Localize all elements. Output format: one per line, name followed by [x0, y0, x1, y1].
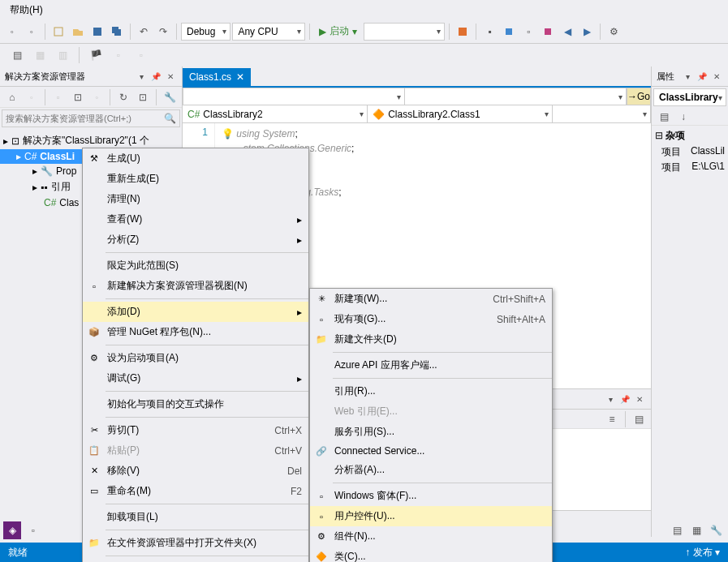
et-icon-6[interactable]: ⊡: [134, 88, 152, 106]
go-button[interactable]: →Go: [627, 88, 651, 105]
props-grid: ⊟ 杂项 项目ClassLil 项目E:\LG\1: [652, 126, 728, 177]
back-nav-icon[interactable]: ◀: [558, 23, 576, 41]
menu-build[interactable]: ⚒生成(U): [83, 148, 308, 169]
config-combo[interactable]: Debug: [181, 23, 230, 41]
save-icon[interactable]: [88, 23, 106, 41]
menu-new-explorer[interactable]: ▫新建解决方案资源管理器视图(N): [83, 276, 308, 296]
class-nav[interactable]: 🔶ClassLibrary2.Class1: [368, 105, 553, 122]
dropdown-icon[interactable]: ▾: [135, 70, 148, 83]
submenu-existing[interactable]: ▫现有项(G)...Shift+Alt+A: [310, 309, 552, 329]
menu-properties[interactable]: 🔧属性(R): [83, 559, 308, 562]
et-icon-4[interactable]: ⊡: [69, 88, 87, 106]
menu-rebuild[interactable]: 重新生成(E): [83, 169, 308, 189]
submenu-reference[interactable]: 引用(R)...: [310, 381, 552, 401]
tool-icon-1[interactable]: [454, 23, 472, 41]
menu-open-folder[interactable]: 📁在文件资源管理器中打开文件夹(X): [83, 533, 308, 553]
menu-analyze[interactable]: 分析(Z)▸: [83, 230, 308, 250]
menu-debug[interactable]: 调试(G)▸: [83, 368, 308, 388]
svg-rect-0: [54, 28, 62, 36]
target-combo[interactable]: [364, 23, 445, 41]
wrench-icon[interactable]: 🔧: [161, 88, 179, 106]
out-close-icon[interactable]: ✕: [633, 393, 646, 405]
out-dropdown-icon[interactable]: ▾: [604, 393, 617, 405]
tool-icon-6[interactable]: ⚙: [605, 23, 622, 41]
close-icon[interactable]: ✕: [164, 70, 177, 83]
member-nav[interactable]: [553, 105, 651, 122]
goto-combo-1[interactable]: [183, 88, 405, 105]
vs-icon[interactable]: ◈: [3, 521, 21, 539]
submenu-component[interactable]: ⚙组件(N)...: [310, 526, 552, 547]
st-icon-1[interactable]: ▤: [8, 46, 26, 64]
search-box[interactable]: 🔍: [2, 109, 180, 127]
submenu-azure[interactable]: Azure API 应用客户端...: [310, 355, 552, 375]
rt-icon-3[interactable]: 🔧: [707, 521, 725, 539]
tool-icon-4[interactable]: ▫: [519, 23, 537, 41]
redo-icon[interactable]: ↷: [154, 23, 172, 41]
form-icon: ▫: [315, 491, 328, 501]
search-input[interactable]: [2, 114, 161, 123]
submenu-user-control[interactable]: ▫用户控件(U)...: [310, 506, 552, 526]
tool-icon-5[interactable]: [539, 23, 557, 41]
fwd-nav-icon[interactable]: ▶: [578, 23, 596, 41]
save-all-icon[interactable]: [108, 23, 126, 41]
menu-startup[interactable]: ⚙设为启动项目(A): [83, 348, 308, 368]
props-object-combo[interactable]: ClassLibrary: [653, 88, 726, 106]
props-pin-icon[interactable]: 📌: [696, 70, 709, 83]
open-icon[interactable]: [69, 23, 87, 41]
submenu-new-folder[interactable]: 📁新建文件夹(D): [310, 329, 552, 350]
search-icon[interactable]: 🔍: [161, 113, 179, 124]
platform-combo[interactable]: Any CPU: [232, 23, 305, 41]
menu-help[interactable]: 帮助(H): [6, 2, 46, 17]
project-nav[interactable]: C#ClassLibrary2: [183, 105, 368, 122]
et-icon-3: ▫: [50, 88, 67, 106]
new-file-icon[interactable]: [50, 23, 67, 41]
submenu-new-item[interactable]: ✳新建项(W)...Ctrl+Shift+A: [310, 289, 552, 309]
menu-nuget[interactable]: 📦管理 NuGet 程序包(N)...: [83, 322, 308, 342]
prop-row[interactable]: 项目E:\LG\1: [653, 160, 726, 175]
menu-scope[interactable]: 限定为此范围(S): [83, 255, 308, 276]
menu-rename[interactable]: ▭重命名(M)F2: [83, 481, 308, 501]
menu-remove[interactable]: ✕移除(V)Del: [83, 461, 308, 481]
props-dropdown-icon[interactable]: ▾: [681, 70, 694, 83]
back-btn[interactable]: ◦: [3, 23, 21, 41]
tool-icon-3[interactable]: [500, 23, 518, 41]
out-icon-4[interactable]: ▤: [630, 410, 648, 428]
start-button[interactable]: 启动 ▾: [314, 23, 362, 41]
rt-icon-2[interactable]: ▦: [687, 521, 705, 539]
out-pin-icon[interactable]: 📌: [618, 393, 631, 405]
submenu-class[interactable]: 🔶类(C)...: [310, 547, 552, 562]
submenu-service-ref[interactable]: 服务引用(S)...: [310, 422, 552, 442]
tool-icon-2[interactable]: ▪: [480, 23, 498, 41]
submenu-analyzer[interactable]: 分析器(A)...: [310, 460, 552, 480]
menu-unload[interactable]: 卸载项目(L): [83, 507, 308, 527]
home-icon[interactable]: ⌂: [3, 88, 21, 106]
build-icon: ⚒: [88, 153, 101, 164]
solution-node[interactable]: ▸⊡解决方案"ClassLibrary2"(1 个: [0, 132, 182, 149]
submenu-connected[interactable]: 🔗Connected Service...: [310, 442, 552, 460]
fwd-btn[interactable]: ◦: [23, 23, 41, 41]
out-icon-3[interactable]: ≡: [603, 410, 621, 428]
submenu-win-form[interactable]: ▫Windows 窗体(F)...: [310, 486, 552, 506]
bookmark-icon[interactable]: 🏴: [87, 46, 105, 64]
gear-icon: ⚙: [88, 353, 101, 363]
sort-icon[interactable]: ↓: [674, 108, 692, 126]
menu-interactive[interactable]: 初始化与项目的交互式操作: [83, 394, 308, 414]
categorize-icon[interactable]: ▤: [655, 108, 673, 126]
taskbar-icon-2[interactable]: ▫: [24, 521, 42, 539]
rt-icon-1[interactable]: ▤: [668, 521, 686, 539]
tab-close-icon[interactable]: ✕: [236, 71, 244, 83]
menu-view[interactable]: 查看(W)▸: [83, 209, 308, 230]
menu-cut[interactable]: ✂剪切(T)Ctrl+X: [83, 420, 308, 440]
refresh-icon[interactable]: ↻: [114, 88, 132, 106]
menu-clean[interactable]: 清理(N): [83, 189, 308, 209]
prop-row[interactable]: 项目ClassLil: [653, 144, 726, 160]
pin-icon[interactable]: 📌: [149, 70, 162, 83]
tab-class1[interactable]: Class1.cs ✕: [183, 68, 251, 86]
menu-add[interactable]: 添加(D)▸: [83, 302, 308, 322]
goto-combo-2[interactable]: [405, 88, 627, 105]
props-category[interactable]: ⊟ 杂项: [653, 127, 726, 144]
props-close-icon[interactable]: ✕: [710, 70, 723, 83]
undo-icon[interactable]: ↶: [135, 23, 153, 41]
svg-rect-6: [545, 28, 551, 35]
rename-icon: ▭: [88, 486, 101, 496]
